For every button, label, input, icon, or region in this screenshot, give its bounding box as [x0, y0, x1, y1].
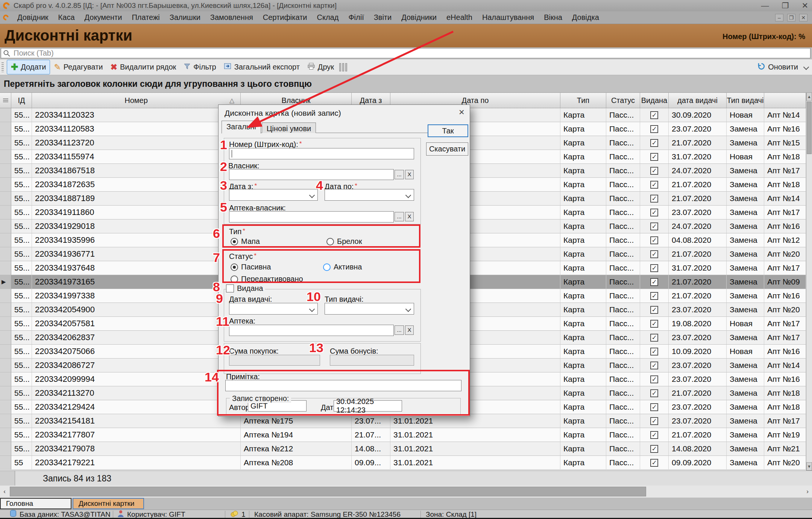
owner-clear-button[interactable]: X	[405, 170, 414, 179]
header-row-indicator	[0, 93, 11, 108]
search-input[interactable]: Поиск (Tab)	[1, 48, 810, 58]
close-button[interactable]: ✕	[801, 1, 808, 10]
export-button[interactable]: Загальний експорт	[220, 61, 304, 74]
column-header-pharmacy[interactable]	[764, 93, 806, 108]
cell-status: Пасс...	[606, 108, 640, 122]
cell-number: 2203341937648	[32, 261, 241, 275]
filter-button[interactable]: Фільтр	[180, 61, 220, 74]
tab-price-terms[interactable]: Цінові умови	[262, 123, 316, 133]
funnel-icon	[184, 63, 191, 72]
menu-item-0[interactable]: Довідник	[12, 12, 53, 23]
pharmacy-browse-button[interactable]: ...	[395, 325, 404, 335]
add-button[interactable]: ✚ Додати	[7, 60, 50, 74]
menu-item-5[interactable]: Замовлення	[205, 12, 258, 23]
column-header-id[interactable]: ІД	[11, 93, 32, 108]
edit-button[interactable]: ✎ Редагувати	[50, 61, 106, 74]
owner-browse-button[interactable]: ...	[395, 170, 404, 179]
radio-status-active[interactable]: Активна	[323, 263, 362, 271]
table-row[interactable]: 552203342179221Аптека №20809.09...31.01.…	[0, 456, 806, 470]
app-logo-icon	[2, 1, 11, 10]
column-header-type[interactable]: Тип	[560, 93, 606, 108]
refresh-button[interactable]: Оновити	[754, 61, 802, 74]
radio-status-passive[interactable]: Пасивна	[231, 263, 271, 271]
table-row[interactable]: 55...2203342177807Аптека №19421.07...31.…	[0, 428, 806, 442]
print-button[interactable]: Друк	[304, 61, 338, 74]
cell-issue-type: Замена	[727, 219, 764, 233]
cell-issue-type: Замена	[727, 136, 764, 150]
menu-item-1[interactable]: Каса	[53, 12, 80, 23]
menu-item-10[interactable]: Довідники	[396, 12, 442, 23]
printer-icon	[307, 63, 315, 72]
cell-pharmacy: Апт №16	[764, 372, 806, 386]
column-chooser-icon[interactable]	[339, 63, 347, 71]
scroll-right-icon[interactable]: ›	[803, 487, 812, 496]
column-header-number[interactable]: Номер △	[32, 93, 241, 108]
issue-date-combo[interactable]	[229, 303, 318, 315]
mdi-minimize-button[interactable]: –	[775, 14, 783, 21]
date-from-combo[interactable]	[229, 189, 318, 201]
column-header-status[interactable]: Статус	[606, 93, 640, 108]
tab-home[interactable]: Головна	[0, 498, 71, 509]
radio-type-keychain[interactable]: Брелок	[326, 237, 362, 246]
date-to-combo[interactable]	[325, 189, 414, 201]
column-header-issued[interactable]: Видана	[640, 93, 669, 108]
cancel-button[interactable]: Скасувати	[426, 142, 468, 156]
menu-item-11[interactable]: eHealth	[442, 12, 477, 23]
ok-button[interactable]: Так	[428, 124, 468, 137]
menu-item-4[interactable]: Залишки	[165, 12, 205, 23]
cell-issued-checkbox: ✓	[640, 150, 669, 164]
group-by-panel[interactable]: Перетягніть заголовок колонки сюди для у…	[0, 75, 812, 92]
plus-icon: ✚	[11, 62, 18, 72]
pharmacy-input[interactable]	[229, 325, 394, 336]
horizontal-scrollbar[interactable]: ‹ ›	[0, 486, 812, 498]
cell-owner: Аптека №208	[241, 456, 352, 470]
menu-item-6[interactable]: Сертифікати	[258, 12, 312, 23]
pharmacy-owner-input[interactable]	[229, 211, 394, 222]
scroll-left-icon[interactable]: ‹	[0, 487, 9, 496]
cell-type: Карта	[560, 400, 606, 414]
restore-button[interactable]: ❐	[782, 1, 789, 10]
menu-item-8[interactable]: Філії	[343, 12, 369, 23]
radio-type-card[interactable]: Мапа	[231, 237, 260, 246]
scroll-down-icon[interactable]: ▼	[806, 462, 812, 471]
delete-row-button[interactable]: ✖ Видалити рядок	[107, 61, 180, 74]
note-input[interactable]	[225, 380, 461, 391]
row-indicator-cell	[0, 178, 11, 192]
refresh-icon	[757, 62, 765, 72]
menu-item-3[interactable]: Платежі	[127, 12, 164, 23]
scroll-up-icon[interactable]: ▲	[806, 92, 812, 101]
pharmacy-owner-clear-button[interactable]: X	[405, 212, 414, 221]
toolbar-overflow-chevron-icon[interactable]	[803, 64, 809, 70]
tab-general[interactable]: Загальні	[222, 121, 261, 133]
pharmacy-owner-browse-button[interactable]: ...	[395, 212, 404, 221]
number-input[interactable]	[229, 148, 414, 159]
menu-item-12[interactable]: Налаштування	[477, 12, 539, 23]
issue-type-combo[interactable]	[325, 303, 414, 315]
mdi-restore-button[interactable]: ❐	[787, 14, 795, 21]
tab-discount-cards[interactable]: Дисконтні картки	[73, 498, 144, 509]
refresh-button-label: Оновити	[768, 63, 798, 71]
vertical-scrollbar[interactable]: ▲ ▼	[806, 92, 812, 471]
vertical-scroll-thumb[interactable]	[807, 101, 812, 154]
menu-item-7[interactable]: Склад	[312, 12, 343, 23]
issued-checkbox[interactable]: Видана	[226, 284, 265, 293]
dialog-close-icon[interactable]: ×	[459, 106, 464, 118]
menu-item-9[interactable]: Звіти	[369, 12, 396, 23]
radio-status-preactivated[interactable]: Передактивовано	[231, 275, 303, 283]
horizontal-scroll-thumb[interactable]	[10, 487, 646, 496]
row-indicator-cell	[0, 372, 11, 386]
checkbox-checked-icon: ✓	[650, 278, 658, 286]
table-row[interactable]: 55...2203342179078Аптека №21214.08...31.…	[0, 442, 806, 456]
column-header-issue-type[interactable]: Тип видачі	[727, 93, 764, 108]
menu-item-13[interactable]: Вікна	[539, 12, 567, 23]
menu-item-14[interactable]: Довідка	[567, 12, 604, 23]
column-header-issue-date[interactable]: дата видачі	[669, 93, 727, 108]
minimize-button[interactable]: —	[761, 1, 769, 10]
group-by-hint: Перетягніть заголовок колонки сюди для у…	[4, 79, 312, 89]
mdi-close-button[interactable]: ✕	[799, 14, 807, 21]
created-date-input[interactable]: 30.04.2025 12:14:23	[334, 400, 402, 412]
menu-item-2[interactable]: Документи	[80, 12, 127, 23]
owner-input[interactable]	[229, 169, 394, 180]
cell-status: Пасс...	[606, 289, 640, 303]
pharmacy-clear-button[interactable]: X	[405, 325, 414, 335]
